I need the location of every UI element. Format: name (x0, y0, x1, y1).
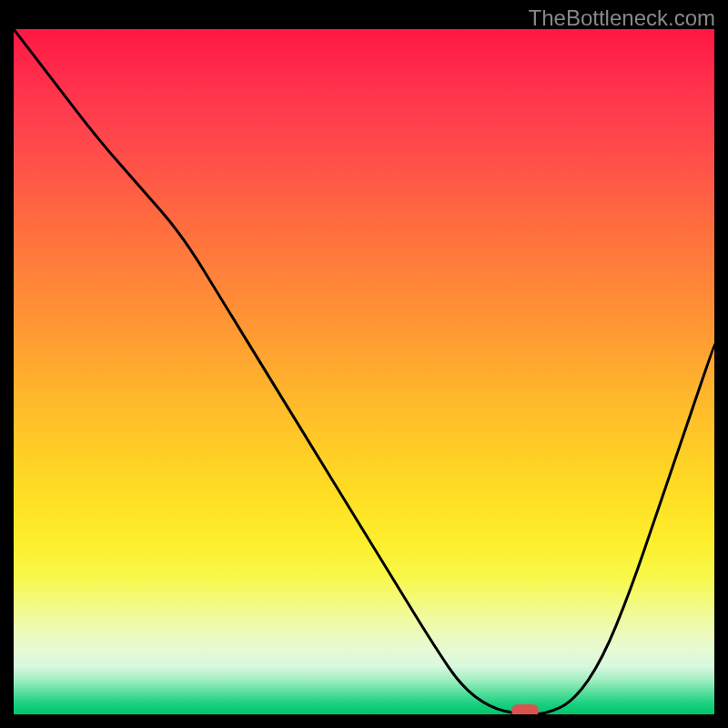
optimal-point-marker (511, 704, 539, 714)
watermark-text: TheBottleneck.com (529, 5, 715, 31)
bottleneck-curve-line (14, 29, 714, 714)
chart-curve-svg (14, 29, 714, 714)
chart-plot-area (14, 29, 714, 714)
